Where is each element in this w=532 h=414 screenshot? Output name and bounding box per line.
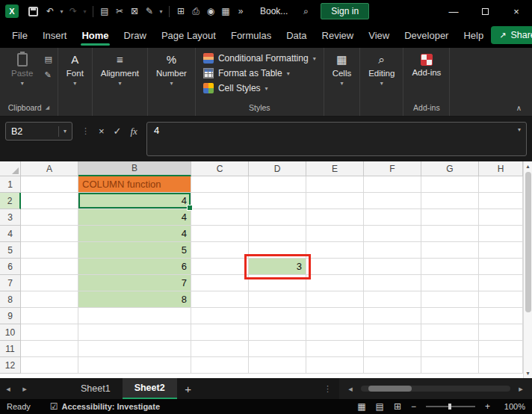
scroll-down-icon[interactable]: ▾ — [526, 370, 529, 377]
number-group-button[interactable]: % Number ▾ — [153, 51, 190, 87]
vscroll-thumb[interactable] — [525, 172, 531, 312]
cell-A3[interactable] — [21, 209, 78, 226]
row-header-2[interactable]: 2 — [0, 193, 21, 209]
cell-H3[interactable] — [479, 209, 523, 226]
cell-D8[interactable] — [249, 291, 306, 308]
cell-C9[interactable] — [191, 308, 249, 324]
cell-A10[interactable] — [21, 324, 78, 341]
row-header-9[interactable]: 9 — [0, 308, 21, 324]
excel-logo[interactable]: X — [5, 4, 19, 18]
scroll-up-icon[interactable]: ▴ — [526, 163, 529, 170]
cell-A4[interactable] — [21, 226, 78, 242]
tab-review[interactable]: Review — [315, 23, 362, 48]
cell-G4[interactable] — [421, 226, 479, 242]
format-painter-chevron-icon[interactable]: ▾ — [157, 8, 165, 15]
format-as-table-button[interactable]: Format as Table ▾ — [201, 66, 318, 81]
cell-D1[interactable] — [249, 176, 306, 193]
row-header-3[interactable]: 3 — [0, 209, 21, 226]
horizontal-scrollbar[interactable]: ◂ ▸ — [339, 378, 532, 399]
maximize-button[interactable] — [469, 0, 501, 22]
cell-D6[interactable]: 3 — [249, 259, 306, 275]
cell-D7[interactable] — [249, 275, 306, 291]
cell-D11[interactable] — [249, 341, 306, 357]
cell-F4[interactable] — [364, 226, 421, 242]
column-header-D[interactable]: D — [249, 161, 306, 176]
name-box[interactable]: B2 ▾ — [5, 122, 72, 140]
status-mode[interactable]: Ready — [7, 402, 31, 411]
paste-button[interactable]: Paste ▾ — [5, 51, 39, 89]
cell-A5[interactable] — [21, 242, 78, 259]
tab-page-layout[interactable]: Page Layout — [154, 23, 223, 48]
print-icon[interactable]: ⎙ — [188, 6, 203, 16]
zoom-slider[interactable] — [426, 406, 475, 407]
cell-E6[interactable] — [306, 259, 364, 275]
cell-H9[interactable] — [479, 308, 523, 324]
cell-A9[interactable] — [21, 308, 78, 324]
sheet-tab-sheet1[interactable]: Sheet1 — [69, 378, 123, 399]
column-header-C[interactable]: C — [191, 161, 249, 176]
editing-group-button[interactable]: ⌕ Editing ▾ — [365, 51, 398, 87]
cell-F5[interactable] — [364, 242, 421, 259]
cell-F11[interactable] — [364, 341, 421, 357]
cell-E1[interactable] — [306, 176, 364, 193]
cell-C8[interactable] — [191, 291, 249, 308]
cell-H7[interactable] — [479, 275, 523, 291]
cell-D2[interactable] — [249, 193, 306, 209]
format-painter-icon[interactable]: ✎ — [44, 70, 52, 80]
cell-A1[interactable] — [21, 176, 78, 193]
enter-icon[interactable]: ✓ — [114, 126, 122, 137]
accessibility-status[interactable]: ☑ Accessibility: Investigate — [50, 401, 160, 412]
cell-C12[interactable] — [191, 357, 249, 374]
cell-B8[interactable]: 8 — [78, 291, 191, 308]
format-painter-icon[interactable]: ✎ — [142, 6, 157, 16]
cell-C4[interactable] — [191, 226, 249, 242]
vertical-scrollbar[interactable]: ▴ ▾ — [523, 161, 532, 378]
dialog-launcher-icon[interactable]: ◢ — [46, 105, 49, 111]
column-header-B[interactable]: B — [78, 161, 191, 176]
zoom-slider-thumb[interactable] — [448, 404, 451, 410]
page-break-view-icon[interactable]: ⊞ — [394, 401, 401, 412]
row-header-1[interactable]: 1 — [0, 176, 21, 193]
minimize-button[interactable]: — — [438, 0, 469, 22]
cell-C3[interactable] — [191, 209, 249, 226]
tab-options-icon[interactable]: ⋮ — [316, 384, 339, 394]
cell-F10[interactable] — [364, 324, 421, 341]
column-header-A[interactable]: A — [21, 161, 78, 176]
cell-B11[interactable] — [78, 341, 191, 357]
sign-in-button[interactable]: Sign in — [321, 3, 369, 19]
cell-C11[interactable] — [191, 341, 249, 357]
cell-F3[interactable] — [364, 209, 421, 226]
tab-data[interactable]: Data — [279, 23, 314, 48]
insert-function-icon[interactable]: fx — [131, 126, 137, 138]
overflow-icon[interactable]: » — [233, 6, 248, 16]
cell-E7[interactable] — [306, 275, 364, 291]
zoom-out-icon[interactable]: − — [411, 401, 416, 412]
row-header-12[interactable]: 12 — [0, 357, 21, 374]
cell-G11[interactable] — [421, 341, 479, 357]
cell-D4[interactable] — [249, 226, 306, 242]
cell-B7[interactable]: 7 — [78, 275, 191, 291]
cell-F1[interactable] — [364, 176, 421, 193]
hscroll-track[interactable] — [361, 386, 510, 392]
cells-group-button[interactable]: ▦ Cells ▾ — [330, 51, 355, 87]
cell-F9[interactable] — [364, 308, 421, 324]
tab-draw[interactable]: Draw — [117, 23, 154, 48]
tab-file[interactable]: File — [4, 23, 35, 48]
cell-H12[interactable] — [479, 357, 523, 374]
cell-B6[interactable]: 6 — [78, 259, 191, 275]
cell-B2[interactable]: 4 — [78, 193, 191, 209]
sheet-tab-sheet2[interactable]: Sheet2 — [123, 378, 177, 399]
cell-E3[interactable] — [306, 209, 364, 226]
page-layout-view-icon[interactable]: ▤ — [376, 401, 384, 412]
collapse-ribbon-icon[interactable]: ∧ — [516, 104, 522, 112]
cell-E12[interactable] — [306, 357, 364, 374]
cell-B9[interactable] — [78, 308, 191, 324]
clipboard-icon[interactable]: ▤ — [97, 6, 112, 16]
cell-B12[interactable] — [78, 357, 191, 374]
formula-input[interactable]: 4 ▾ — [146, 122, 527, 156]
cell-F12[interactable] — [364, 357, 421, 374]
cell-E4[interactable] — [306, 226, 364, 242]
undo-icon[interactable]: ↶ — [43, 6, 58, 16]
save-icon[interactable] — [28, 7, 38, 16]
cell-H8[interactable] — [479, 291, 523, 308]
